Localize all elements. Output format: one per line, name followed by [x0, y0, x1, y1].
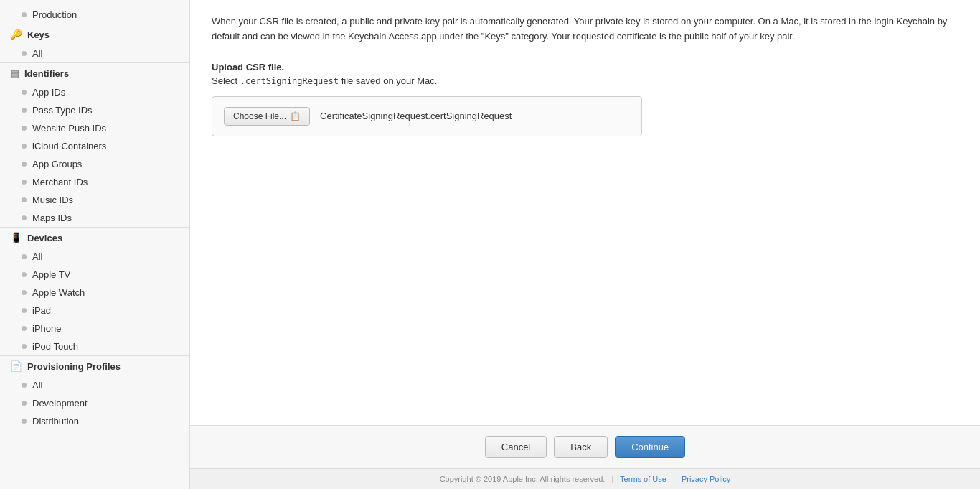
- sidebar-item-ipod-touch[interactable]: iPod Touch: [0, 337, 189, 355]
- sidebar-item-devices-all[interactable]: All: [0, 248, 189, 266]
- file-name-display: CertificateSigningRequest.certSigningReq…: [320, 111, 512, 121]
- sidebar-item-apple-tv[interactable]: Apple TV: [0, 266, 189, 284]
- choose-file-button[interactable]: Choose File... 📋: [224, 107, 310, 126]
- content-area: When your CSR file is created, a public …: [190, 0, 980, 425]
- sidebar-item-ipad[interactable]: iPad: [0, 302, 189, 320]
- dot-icon: [22, 401, 27, 406]
- file-upload-box: Choose File... 📋 CertificateSigningReque…: [212, 96, 642, 136]
- dot-icon: [22, 290, 27, 295]
- sidebar-item-distribution[interactable]: Distribution: [0, 412, 189, 430]
- dot-icon: [22, 326, 27, 331]
- sidebar-item-music-ids[interactable]: Music IDs: [0, 191, 189, 209]
- sidebar-item-apple-watch[interactable]: Apple Watch: [0, 284, 189, 302]
- sidebar-item-website-push-ids[interactable]: Website Push IDs: [0, 119, 189, 137]
- sidebar-item-iphone[interactable]: iPhone: [0, 320, 189, 337]
- sidebar-item-maps-ids[interactable]: Maps IDs: [0, 209, 189, 227]
- info-paragraph: When your CSR file is created, a public …: [212, 14, 958, 45]
- copyright-text: Copyright © 2019 Apple Inc. All rights r…: [440, 475, 606, 483]
- choose-file-label: Choose File...: [233, 111, 286, 121]
- dot-icon: [22, 272, 27, 277]
- upload-section: Upload CSR file. Select .certSigningRequ…: [212, 62, 958, 136]
- sidebar-section-identifiers[interactable]: ▤ Identifiers: [0, 62, 189, 83]
- dot-icon: [22, 215, 27, 220]
- sidebar-item-development[interactable]: Development: [0, 394, 189, 412]
- back-button[interactable]: Back: [554, 436, 608, 458]
- sidebar-section-devices[interactable]: 📱 Devices: [0, 227, 189, 248]
- divider: |: [611, 475, 613, 483]
- dot-icon: [22, 180, 27, 185]
- dot-icon: [22, 308, 27, 313]
- devices-icon: 📱: [10, 232, 22, 243]
- sidebar-section-keys[interactable]: 🔑 Keys: [0, 24, 189, 45]
- continue-button[interactable]: Continue: [615, 436, 685, 458]
- sidebar: Production 🔑 Keys All ▤ Identifiers App …: [0, 0, 190, 489]
- sidebar-item-production[interactable]: Production: [0, 6, 189, 24]
- divider2: |: [673, 475, 675, 483]
- upload-subtitle: Select .certSigningRequest file saved on…: [212, 75, 958, 86]
- dot-icon: [22, 419, 27, 424]
- provisioning-icon: 📄: [10, 360, 22, 372]
- dot-icon: [22, 197, 27, 202]
- sidebar-item-merchant-ids[interactable]: Merchant IDs: [0, 173, 189, 191]
- footer-bar: Cancel Back Continue: [190, 425, 980, 468]
- sidebar-item-pass-type-ids[interactable]: Pass Type IDs: [0, 101, 189, 119]
- upload-title: Upload CSR file.: [212, 62, 958, 73]
- sidebar-item-profiles-all[interactable]: All: [0, 376, 189, 394]
- file-icon: 📋: [290, 111, 301, 121]
- key-icon: 🔑: [10, 29, 22, 40]
- dot-icon: [22, 383, 27, 388]
- dot-icon: [22, 90, 27, 95]
- dot-icon: [22, 254, 27, 259]
- copyright-bar: Copyright © 2019 Apple Inc. All rights r…: [190, 468, 980, 489]
- sidebar-section-provisioning[interactable]: 📄 Provisioning Profiles: [0, 355, 189, 376]
- sidebar-item-icloud-containers[interactable]: iCloud Containers: [0, 137, 189, 155]
- cancel-button[interactable]: Cancel: [485, 436, 547, 458]
- sidebar-item-app-groups[interactable]: App Groups: [0, 155, 189, 173]
- dot-icon: [22, 144, 27, 149]
- dot-icon: [22, 12, 27, 17]
- terms-of-use-link[interactable]: Terms of Use: [620, 475, 666, 483]
- dot-icon: [22, 344, 27, 349]
- privacy-policy-link[interactable]: Privacy Policy: [682, 475, 730, 483]
- dot-icon: [22, 108, 27, 113]
- main-content: When your CSR file is created, a public …: [190, 0, 980, 468]
- dot-icon: [22, 126, 27, 131]
- dot-icon: [22, 51, 27, 56]
- dot-icon: [22, 162, 27, 167]
- sidebar-item-keys-all[interactable]: All: [0, 45, 189, 62]
- sidebar-item-app-ids[interactable]: App IDs: [0, 83, 189, 101]
- identifiers-icon: ▤: [10, 67, 19, 79]
